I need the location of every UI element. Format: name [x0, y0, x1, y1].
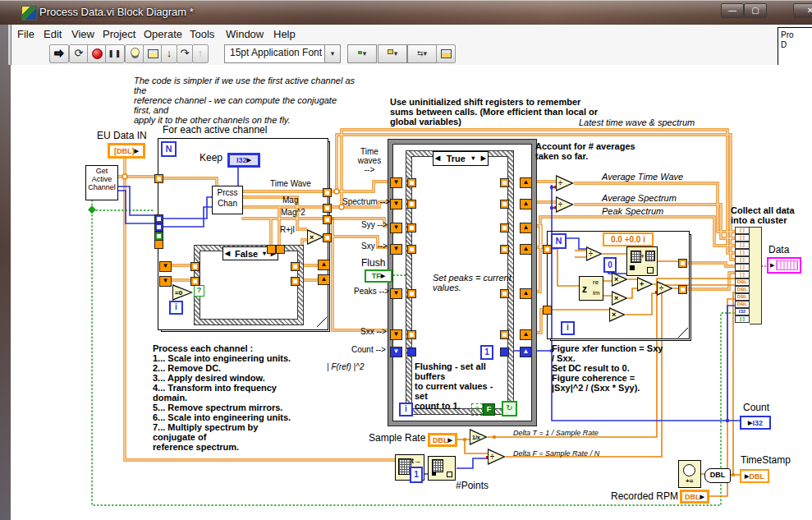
cleanup-diagram-button[interactable]: [436, 44, 456, 63]
menu-project[interactable]: Project: [100, 27, 138, 41]
tunnel-array[interactable]: [323, 215, 332, 224]
tunnel-array[interactable]: [291, 262, 300, 271]
menu-help[interactable]: Help: [271, 27, 298, 41]
shift-register-down-int[interactable]: ▼: [390, 347, 402, 357]
case-dropdown-icon[interactable]: ▾: [263, 248, 266, 260]
tunnel-array[interactable]: [323, 233, 332, 242]
keep-terminal[interactable]: I32▶: [227, 153, 260, 168]
replace-array-subset-node[interactable]: +: [626, 246, 658, 276]
tunnel-filled[interactable]: [154, 240, 163, 249]
menu-edit[interactable]: Edit: [41, 27, 64, 41]
shift-register-down[interactable]: ▼: [159, 276, 172, 287]
font-selector[interactable]: 15pt Application Font: [224, 44, 331, 63]
align-objects-button[interactable]: ▾: [347, 44, 377, 63]
tunnel-array[interactable]: [407, 330, 416, 339]
get-active-channel-subvi[interactable]: Get Active Channel: [85, 165, 118, 200]
run-button[interactable]: ⇨: [49, 44, 69, 63]
tunnel-array[interactable]: [407, 223, 416, 232]
font-selector-dropdown[interactable]: ▾: [324, 44, 341, 63]
tunnel-filled[interactable]: [267, 245, 276, 254]
bundle-node[interactable]: [ ] [ ] [ ] [ ] [ ] [ ] [ ] DBL DBL DBL …: [735, 227, 750, 323]
shift-register-down[interactable]: ▼: [390, 177, 402, 188]
shift-register-up[interactable]: ▲: [520, 199, 532, 209]
tunnel-array[interactable]: [500, 178, 509, 187]
shift-register-down[interactable]: ▼: [390, 329, 402, 340]
shift-register-up[interactable]: ▲: [520, 244, 532, 255]
one-constant[interactable]: 1: [410, 467, 423, 483]
menu-view[interactable]: View: [69, 27, 97, 41]
tunnel-array[interactable]: [678, 259, 687, 268]
highlight-execution-button[interactable]: [125, 44, 145, 63]
tunnel-array[interactable]: [500, 223, 509, 232]
index-array-node[interactable]: [428, 456, 456, 481]
tunnel-array[interactable]: [500, 330, 509, 339]
shift-register-up[interactable]: ▲: [318, 260, 330, 270]
case-dropdown-icon[interactable]: ▾: [471, 153, 475, 164]
close-button[interactable]: ✕: [793, 3, 812, 18]
shift-register-up[interactable]: ▲: [520, 329, 532, 340]
shift-register-up[interactable]: ▲: [520, 288, 532, 299]
to-double-node[interactable]: DBL: [704, 468, 731, 483]
vi-icon[interactable]: Pro D: [778, 27, 812, 69]
run-continuous-button[interactable]: ⟳: [69, 44, 89, 63]
tunnel-array[interactable]: [323, 204, 332, 213]
shift-register-down[interactable]: ▼: [390, 244, 402, 255]
shift-register-up[interactable]: ▲: [520, 177, 532, 188]
minimize-button[interactable]: —: [721, 3, 744, 18]
recorded-rpm-terminal[interactable]: DBL▶: [680, 490, 709, 504]
tunnel-array[interactable]: [543, 245, 552, 254]
tunnel-filled[interactable]: [543, 306, 552, 315]
case-selector-true[interactable]: ◀ True ▾ ▶: [433, 151, 489, 166]
tunnel-array[interactable]: [678, 285, 687, 294]
tunnel-int[interactable]: [407, 347, 416, 357]
menu-file[interactable]: File: [15, 27, 37, 41]
count-indicator[interactable]: ▶I32: [740, 416, 771, 430]
complex-constant[interactable]: 0.0 +0.0 i: [603, 232, 654, 246]
step-into-button[interactable]: ↓: [161, 44, 177, 63]
pause-button[interactable]: ❚❚: [105, 44, 125, 63]
timestamp-indicator[interactable]: ▶DBL: [740, 469, 769, 483]
complex-to-re-im-node[interactable]: z re im: [579, 276, 603, 301]
menu-tools[interactable]: Tools: [187, 27, 217, 41]
tunnel-array[interactable]: [154, 174, 163, 183]
tunnel-array[interactable]: [291, 277, 300, 286]
tunnel-filled[interactable]: [276, 245, 285, 254]
shift-register-down[interactable]: ▼: [390, 223, 402, 233]
tunnel-array[interactable]: [323, 188, 332, 197]
flush-terminal[interactable]: TF▶: [365, 269, 392, 283]
get-date-time-node[interactable]: +=: [678, 460, 701, 488]
step-over-button[interactable]: ↷: [177, 44, 193, 63]
sample-rate-terminal[interactable]: DBL▶: [428, 433, 457, 447]
shift-register-up[interactable]: ▲: [318, 274, 330, 285]
shift-register-up-int[interactable]: ▲: [520, 347, 532, 357]
case-next-icon[interactable]: ▶: [481, 153, 486, 164]
shift-register-up[interactable]: ▲: [520, 223, 532, 233]
zero-constant[interactable]: 0: [603, 257, 617, 273]
tunnel-array[interactable]: [500, 289, 509, 298]
tunnel-array[interactable]: [190, 262, 200, 271]
maximize-button[interactable]: ▢: [744, 3, 767, 18]
shift-register-down[interactable]: ▼: [390, 199, 402, 209]
tunnel-int[interactable]: [154, 223, 163, 232]
shift-register-down[interactable]: ▼: [390, 288, 402, 299]
tunnel-array[interactable]: [407, 178, 416, 187]
tunnel-array[interactable]: [500, 245, 509, 254]
menu-operate[interactable]: Operate: [141, 27, 185, 41]
tunnel-array[interactable]: [190, 277, 200, 286]
title-bar[interactable]: Process Data.vi Block Diagram * — ▢ ✕: [0, 0, 812, 25]
retain-wire-values-button[interactable]: [143, 44, 163, 63]
data-out-terminal[interactable]: ▶: [767, 257, 801, 274]
distribute-objects-button[interactable]: ▾: [378, 44, 407, 63]
loop-condition-terminal[interactable]: ↻: [502, 401, 517, 416]
shift-register-down[interactable]: ▼: [159, 261, 172, 272]
eu-data-in-terminal[interactable]: [DBL]▶: [108, 143, 145, 159]
tunnel-array[interactable]: [500, 200, 509, 209]
tunnel-array[interactable]: [407, 200, 416, 209]
tunnel-int[interactable]: [500, 347, 509, 357]
one-constant[interactable]: 1: [480, 345, 493, 360]
step-out-button[interactable]: ↑: [192, 44, 209, 63]
menu-window[interactable]: Window: [223, 27, 266, 41]
tunnel-array[interactable]: [407, 245, 416, 254]
tunnel-array[interactable]: [407, 289, 416, 298]
case-prev-icon[interactable]: ◀: [225, 248, 230, 260]
